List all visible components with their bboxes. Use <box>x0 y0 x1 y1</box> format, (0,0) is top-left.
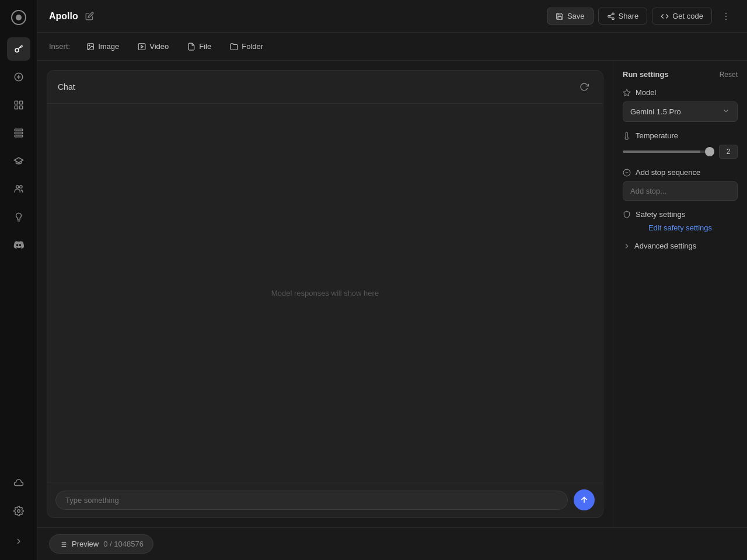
svg-point-24 <box>725 12 727 13</box>
run-settings-header: Run settings Reset <box>623 70 738 79</box>
sidebar-item-settings[interactable] <box>7 499 30 523</box>
model-label: Model <box>636 88 656 97</box>
svg-point-25 <box>725 15 727 16</box>
safety-label-row: Safety settings <box>623 210 738 219</box>
stop-sequence-label-row: Add stop sequence <box>623 168 738 177</box>
preview-label: Preview <box>72 540 99 548</box>
chat-input[interactable] <box>55 491 568 510</box>
stop-icon <box>623 169 631 177</box>
chat-title: Chat <box>58 82 75 92</box>
sidebar-item-ideas[interactable] <box>7 205 30 229</box>
get-code-label: Get code <box>672 12 703 20</box>
sidebar-item-people[interactable] <box>7 177 30 201</box>
insert-label: Insert: <box>49 42 70 51</box>
chevron-right-icon <box>623 242 631 250</box>
sidebar-expand-button[interactable] <box>7 530 30 553</box>
sidebar-item-discord[interactable] <box>7 233 30 257</box>
svg-rect-15 <box>15 135 23 137</box>
model-dropdown[interactable]: Gemini 1.5 Pro <box>623 102 738 122</box>
insert-bar: Insert: Image Video <box>37 33 747 61</box>
svg-rect-12 <box>19 106 22 109</box>
svg-point-19 <box>612 13 614 15</box>
model-selected: Gemini 1.5 Pro <box>630 107 681 116</box>
svg-line-5 <box>20 47 22 48</box>
run-settings-title: Run settings <box>623 70 669 79</box>
svg-marker-30 <box>141 45 144 48</box>
chat-panel: Chat Model responses will show here <box>37 61 613 527</box>
sidebar-item-builds[interactable] <box>7 121 30 145</box>
chat-input-area <box>47 482 603 517</box>
advanced-settings-label: Advanced settings <box>634 242 696 250</box>
sidebar <box>0 0 37 560</box>
temperature-section: Temperature 2 <box>623 131 738 159</box>
reset-button[interactable]: Reset <box>720 71 738 79</box>
temperature-value: 2 <box>719 145 738 159</box>
chat-empty-message: Model responses will show here <box>271 289 379 298</box>
page-title: Apollo <box>49 11 78 22</box>
safety-label: Safety settings <box>636 210 685 219</box>
temperature-slider[interactable] <box>623 150 714 153</box>
svg-rect-9 <box>15 101 18 104</box>
sidebar-item-cloud[interactable] <box>7 471 30 495</box>
svg-rect-29 <box>138 43 145 50</box>
app-logo[interactable] <box>8 7 29 28</box>
chat-card: Chat Model responses will show here <box>47 70 603 518</box>
stop-sequence-section: Add stop sequence <box>623 168 738 201</box>
token-count: 0 / 1048576 <box>103 540 144 548</box>
svg-line-23 <box>610 14 612 15</box>
svg-point-2 <box>15 48 19 52</box>
svg-point-28 <box>89 45 90 46</box>
svg-rect-14 <box>15 132 23 134</box>
share-button[interactable]: Share <box>598 8 648 24</box>
insert-file-label: File <box>199 42 211 51</box>
share-label: Share <box>619 12 639 20</box>
insert-folder-label: Folder <box>242 42 263 51</box>
svg-point-17 <box>19 186 22 188</box>
sidebar-item-grid[interactable] <box>7 93 30 117</box>
temperature-label-row: Temperature <box>623 131 738 140</box>
svg-rect-13 <box>15 129 23 131</box>
sidebar-item-key[interactable] <box>7 37 30 61</box>
model-section: Model Gemini 1.5 Pro <box>623 88 738 122</box>
svg-rect-10 <box>19 101 22 104</box>
shield-icon <box>623 211 631 219</box>
insert-image[interactable]: Image <box>82 40 124 53</box>
model-icon <box>623 89 631 97</box>
chat-refresh-button[interactable] <box>576 79 592 95</box>
topbar-actions: Save Share Get code <box>547 7 735 26</box>
right-panel: Run settings Reset Model Gemini <box>613 61 747 527</box>
more-options-button[interactable] <box>717 7 735 26</box>
insert-video[interactable]: Video <box>133 40 173 53</box>
svg-point-20 <box>608 15 610 18</box>
insert-items: Image Video File <box>82 40 268 53</box>
insert-file[interactable]: File <box>183 40 216 53</box>
insert-folder[interactable]: Folder <box>225 40 268 53</box>
svg-point-21 <box>612 18 614 20</box>
edit-title-icon[interactable] <box>85 12 94 20</box>
save-label: Save <box>567 12 585 20</box>
insert-image-label: Image <box>98 42 119 51</box>
safety-settings-section: Safety settings Edit safety settings <box>623 210 738 232</box>
svg-line-22 <box>610 16 612 18</box>
model-label-row: Model <box>623 88 738 97</box>
sidebar-item-learn[interactable] <box>7 149 30 173</box>
preview-button[interactable]: Preview 0 / 1048576 <box>49 534 153 554</box>
save-button[interactable]: Save <box>547 8 594 24</box>
svg-line-4 <box>22 46 23 47</box>
edit-safety-link[interactable]: Edit safety settings <box>623 223 738 232</box>
svg-point-1 <box>16 15 22 20</box>
main-content: Apollo Save Share <box>37 0 747 560</box>
svg-point-16 <box>16 186 19 188</box>
temperature-control-row: 2 <box>623 145 738 159</box>
svg-rect-11 <box>15 106 18 109</box>
sidebar-item-add[interactable] <box>7 65 30 89</box>
chat-header: Chat <box>47 71 603 104</box>
advanced-settings-row[interactable]: Advanced settings <box>623 242 738 250</box>
temperature-label: Temperature <box>636 131 678 140</box>
get-code-button[interactable]: Get code <box>652 8 712 24</box>
chat-send-button[interactable] <box>574 489 595 510</box>
chat-body: Model responses will show here <box>47 104 603 482</box>
stop-sequence-input[interactable] <box>623 181 738 201</box>
stop-sequence-label: Add stop sequence <box>636 168 700 177</box>
chevron-down-icon <box>722 107 730 117</box>
